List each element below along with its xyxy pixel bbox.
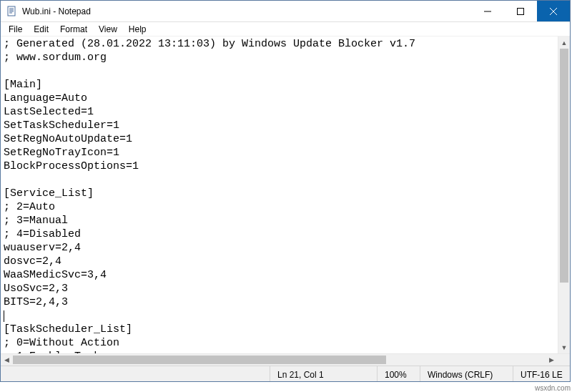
maximize-button[interactable]	[504, 1, 537, 21]
close-button[interactable]	[537, 1, 570, 21]
scroll-right-icon[interactable]: ▶	[546, 354, 558, 366]
watermark: wsxdn.com	[535, 384, 571, 392]
window-title: Wub.ini - Notepad	[22, 6, 91, 16]
horizontal-scroll-track[interactable]	[13, 354, 546, 366]
menu-view[interactable]: View	[94, 24, 122, 35]
notepad-icon	[6, 6, 18, 17]
horizontal-scroll-thumb[interactable]	[13, 356, 386, 364]
scroll-up-icon[interactable]: ▲	[558, 36, 570, 49]
svg-rect-6	[518, 8, 524, 14]
horizontal-scrollbar[interactable]: ◀ ▶	[1, 353, 570, 366]
vertical-scroll-thumb[interactable]	[560, 49, 568, 283]
menu-edit[interactable]: Edit	[29, 24, 54, 35]
vertical-scroll-track[interactable]	[558, 49, 570, 341]
vertical-scrollbar[interactable]: ▲ ▼	[558, 36, 570, 353]
status-encoding: UTF-16 LE	[513, 366, 570, 381]
scroll-down-icon[interactable]: ▼	[558, 341, 570, 353]
status-line-col: Ln 21, Col 1	[270, 366, 377, 381]
statusbar: Ln 21, Col 1 100% Windows (CRLF) UTF-16 …	[1, 366, 570, 381]
menu-file[interactable]: File	[4, 24, 27, 35]
status-line-endings: Windows (CRLF)	[420, 366, 513, 381]
status-empty	[1, 366, 270, 381]
menu-help[interactable]: Help	[124, 24, 152, 35]
notepad-window: Wub.ini - Notepad File Edit Format View …	[0, 0, 571, 382]
text-editor[interactable]: ; Generated (28.01.2022 13:11:03) by Win…	[1, 36, 558, 353]
menu-format[interactable]: Format	[55, 24, 92, 35]
scroll-corner	[558, 354, 570, 366]
status-zoom: 100%	[377, 366, 420, 381]
minimize-button[interactable]	[471, 1, 504, 21]
titlebar[interactable]: Wub.ini - Notepad	[1, 1, 570, 22]
menubar: File Edit Format View Help	[1, 22, 570, 36]
scroll-left-icon[interactable]: ◀	[1, 354, 13, 366]
